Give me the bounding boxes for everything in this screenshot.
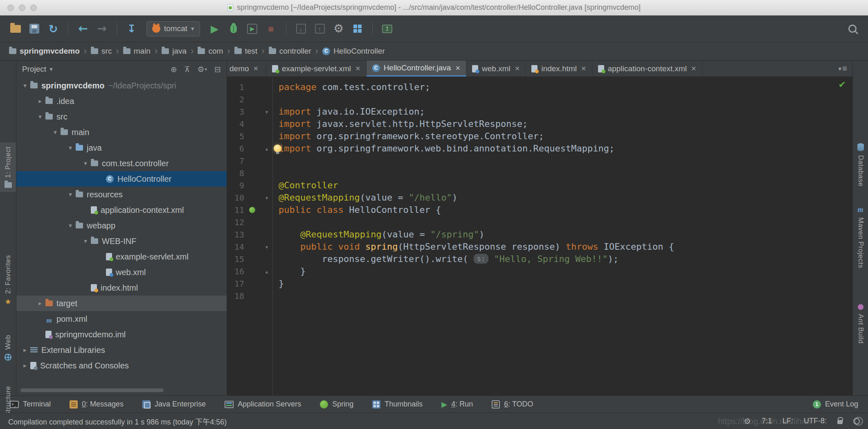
close-icon[interactable] [355,64,360,73]
close-icon[interactable] [254,64,259,73]
stripe-button-database[interactable]: Database [853,139,868,191]
tree-item-java[interactable]: java [16,140,227,156]
fold-marker-icon[interactable] [261,109,272,115]
line-separator-widget[interactable]: LF: [783,417,793,425]
tree-item-main[interactable]: main [16,124,227,140]
back-button[interactable] [75,20,91,37]
toolwindow-button-java-enterprise[interactable]: Java Enterprise [142,400,206,409]
deploy-button[interactable] [379,20,396,37]
fold-marker-icon[interactable] [261,195,272,201]
tree-item-com-test-controller[interactable]: com.test.controller [16,156,227,171]
tree-item-scratches-and-consoles[interactable]: Scratches and Consoles [16,358,227,373]
synchronize-button[interactable] [45,20,61,37]
toolwindow-button-spring[interactable]: Spring [320,400,353,409]
horizontal-scrollbar[interactable] [20,388,164,392]
chevron-icon[interactable] [20,346,30,354]
toolwindow-button-0-messages[interactable]: 0: Messages [70,400,124,409]
inspection-status-icon[interactable] [839,79,846,90]
close-icon[interactable] [455,63,460,73]
toolwindow-button-terminal[interactable]: Terminal [10,400,51,409]
spring-bean-gutter-icon[interactable] [249,207,255,213]
stripe-button-web[interactable]: Web [0,331,16,365]
tree-item-external-libraries[interactable]: External Libraries [16,342,227,358]
tree-item-webapp[interactable]: webapp [16,218,227,233]
stripe-button-2-favorites[interactable]: 2: Favorites [0,251,16,309]
chevron-icon[interactable] [80,237,91,245]
fold-marker-icon[interactable] [261,269,272,275]
save-all-button[interactable] [26,20,43,37]
inspections-profile-icon[interactable] [853,418,860,424]
breadcrumb-item-com[interactable]: com [198,47,223,56]
chevron-icon[interactable] [20,362,30,369]
close-icon[interactable] [581,64,586,73]
toolwindow-button-thumbnails[interactable]: Thumbnails [372,400,423,409]
chevron-icon[interactable] [20,82,30,89]
toolwindow-button-event-log[interactable]: 1Event Log [813,400,858,409]
breadcrumb-item-java[interactable]: java [162,47,187,56]
breadcrumb-item-test[interactable]: test [234,47,258,56]
close-window-button[interactable] [7,5,14,11]
export-tool-button[interactable] [293,20,309,37]
forward-button[interactable] [94,20,110,37]
toolwindow-button-application-servers[interactable]: Application Servers [225,400,301,409]
tree-item-web-xml[interactable]: web.xml [16,264,227,280]
breadcrumb-item-controller[interactable]: controller [269,47,311,56]
close-icon[interactable] [691,64,696,73]
hide-icon[interactable] [214,65,221,74]
tab-application-context-xml[interactable]: application-context.xml [592,61,702,77]
toolwindow-button-6-todo[interactable]: 6: TODO [492,400,533,409]
tab-hellocontroller-java[interactable]: HelloController.java [367,61,466,77]
caret-position-widget[interactable]: 7:1 [762,417,772,425]
editor[interactable]: 123456789101112131415161718 package com.… [227,77,852,395]
debug-button[interactable] [225,20,242,37]
run-coverage-button[interactable] [244,20,261,37]
collapse-all-icon[interactable] [184,65,190,74]
chevron-icon[interactable] [80,160,91,167]
tab-list-icon[interactable] [833,61,852,77]
chevron-down-icon[interactable] [49,65,53,73]
settings-icon[interactable] [198,65,207,74]
encoding-widget[interactable]: UTF-8: [804,417,827,425]
toolwindow-button-4-run[interactable]: 4: Run [441,400,473,409]
tree-item-target[interactable]: target [16,296,227,311]
chevron-icon[interactable] [65,222,76,229]
tree-item-pom-xml[interactable]: pom.xml [16,311,227,327]
tree-item-web-inf[interactable]: WEB-INF [16,233,227,249]
tree-item-springmvcdemo[interactable]: springmvcdemo~/IdeaProjects/spri [16,78,227,93]
code-area[interactable]: package com.test.controller;import java.… [273,77,852,395]
stripe-button-maven-projects[interactable]: Maven Projects [853,202,868,272]
stripe-button-1-project[interactable]: 1: Project [0,142,16,192]
stripe-button-ant-build[interactable]: Ant Build [853,300,868,348]
breadcrumb-item-springmvcdemo[interactable]: springmvcdemo [9,47,80,56]
chevron-icon[interactable] [65,191,76,198]
tab-web-xml[interactable]: web.xml [466,61,526,77]
tab-demo[interactable]: demo [227,61,266,77]
tree-item-hellocontroller[interactable]: HelloController [16,171,227,187]
close-icon[interactable] [515,64,520,73]
breadcrumb-item-hellocontroller[interactable]: HelloController [322,47,385,56]
tree-item-springmvcdemo-iml[interactable]: springmvcdemo.iml [16,327,227,342]
tab-index-html[interactable]: index.html [526,61,592,77]
update-project-button[interactable] [124,20,140,37]
intention-bulb-icon[interactable] [274,145,281,152]
chevron-icon[interactable] [35,300,45,307]
breadcrumb-item-main[interactable]: main [123,47,151,56]
locate-icon[interactable] [171,65,177,74]
tree-item-resources[interactable]: resources [16,187,227,202]
lock-icon[interactable] [837,420,843,424]
run-configuration-selector[interactable]: tomcat [146,21,200,36]
tree-item-application-context-xml[interactable]: application-context.xml [16,202,227,218]
tree-item-example-servlet-xml[interactable]: example-servlet.xml [16,249,227,264]
tree-item-idea[interactable]: .idea [16,93,227,109]
fold-marker-icon[interactable] [261,146,272,152]
fold-marker-icon[interactable] [261,244,272,250]
zoom-window-button[interactable] [30,5,37,11]
import-tool-button[interactable] [312,20,328,37]
run-button[interactable] [207,20,223,37]
open-folder-button[interactable] [7,20,24,37]
settings-button[interactable] [331,20,347,37]
breadcrumb-item-src[interactable]: src [91,47,112,56]
chevron-icon[interactable] [35,97,45,105]
background-tasks-icon[interactable] [744,416,751,426]
chevron-icon[interactable] [50,129,61,136]
